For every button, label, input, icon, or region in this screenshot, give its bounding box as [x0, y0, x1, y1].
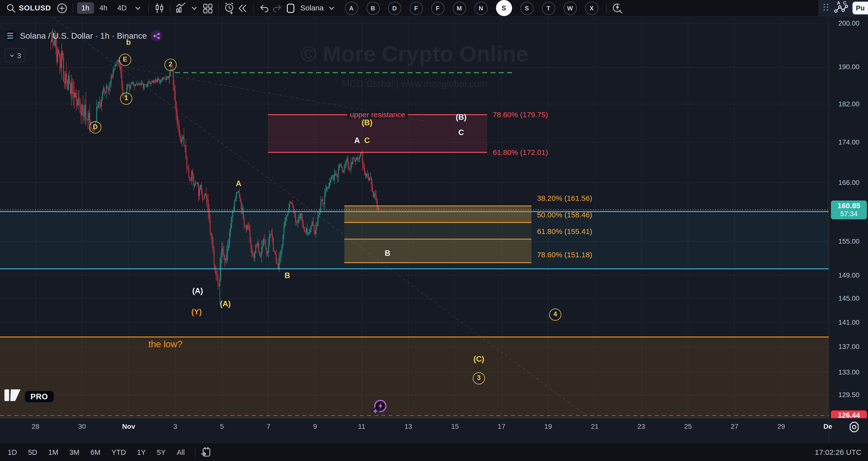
range-button-1Y[interactable]: 1Y [131, 446, 151, 459]
go-to-date-icon[interactable] [200, 445, 213, 459]
chart-pane[interactable]: © More Crypto Online MCO Global | www.mc… [0, 16, 829, 418]
bar-countdown: 57:34 [831, 210, 867, 218]
clock-utc[interactable]: 17:02:26 UTC [815, 448, 868, 457]
range-button-All[interactable]: All [171, 446, 190, 459]
interval-button-4h[interactable]: 4h [95, 2, 112, 14]
compare-add-icon[interactable] [56, 1, 69, 15]
layout-letter-W-10[interactable]: W [563, 1, 577, 15]
publish-button[interactable]: Pu [852, 2, 868, 15]
chart-settings-gear-icon[interactable] [847, 420, 861, 434]
layout-letter-F-3[interactable]: F [409, 1, 423, 15]
candlestick-plot[interactable] [0, 16, 829, 418]
object-tree-collapse-button[interactable]: 3 [4, 48, 26, 62]
time-tick-9: 9 [313, 423, 317, 430]
symbol-legend: Solana / U.S. Dollar · 1h · Binance [4, 30, 162, 41]
the-low-label[interactable]: the low? [148, 339, 182, 350]
layout-chevron-down-icon[interactable] [325, 1, 338, 15]
time-tick-23: 23 [638, 423, 645, 430]
svg-text:C: C [843, 0, 846, 5]
toolbar-divider [170, 3, 170, 13]
range-button-5D[interactable]: 5D [23, 446, 43, 459]
layout-grid-icon[interactable] [200, 1, 214, 15]
range-button-3M[interactable]: 3M [64, 446, 85, 459]
indicators-icon[interactable] [174, 1, 188, 15]
last-price: 160.85 [831, 201, 867, 210]
solana-logo-icon [4, 30, 16, 41]
last-price-tag: 160.8557:34 [831, 200, 867, 219]
interval-chevron-down-icon[interactable] [131, 1, 145, 15]
time-tick-27: 27 [731, 423, 739, 430]
layout-letter-B-1[interactable]: B [366, 1, 380, 15]
time-tick-29: 29 [777, 423, 785, 430]
interval-switcher: 1h4h4D [77, 2, 131, 14]
price-tick-149.00: 149.00 [829, 271, 868, 279]
price-tick-141.00: 141.00 [829, 318, 868, 326]
time-tick-15: 15 [451, 423, 459, 430]
price-tick-200.00: 200.00 [829, 20, 868, 27]
toolbar-divider [253, 3, 253, 13]
bottom-toolbar: 1D5D1M3M6MYTD1Y5YAll 17:02:26 UTC [0, 443, 868, 461]
interval-button-4D[interactable]: 4D [113, 2, 131, 14]
time-tick-19: 19 [544, 423, 552, 430]
range-button-1D[interactable]: 1D [2, 446, 23, 459]
range-button-5Y[interactable]: 5Y [151, 446, 171, 459]
pro-badge: PRO [24, 390, 54, 402]
symbol-search-button[interactable]: SOLUSD [19, 4, 51, 12]
single-layout-icon[interactable] [284, 1, 297, 15]
toolbar-divider [606, 3, 607, 13]
price-tick-129.50: 129.50 [829, 391, 868, 399]
time-tick-28: 28 [31, 423, 39, 430]
chart-style-candles-icon[interactable] [153, 1, 166, 15]
share-icon[interactable] [151, 30, 162, 41]
layout-letter-buttons: ABDFFMNSSTWX [345, 0, 598, 16]
layout-name-button[interactable]: Solana [301, 4, 324, 12]
upper-resistance-label[interactable]: upper resistance [347, 111, 408, 119]
top-toolbar: SOLUSD 1h4h4D [0, 0, 868, 17]
toolbar-right-panel: AC Pu [818, 0, 868, 16]
time-axis[interactable]: 2830Nov357911131517192123252729De [0, 418, 868, 443]
object-count: 3 [17, 51, 21, 60]
undo-icon[interactable] [257, 1, 271, 15]
layout-letter-X-11[interactable]: X [585, 1, 598, 15]
auto-pattern-icon[interactable]: AC [834, 0, 848, 16]
bar-replay-icon[interactable] [236, 1, 249, 15]
drag-handle-icon[interactable] [823, 2, 829, 14]
svg-text:A: A [837, 0, 840, 5]
price-axis[interactable]: 200.00190.00182.00174.00166.00155.00149.… [829, 16, 868, 418]
indicators-chevron-down-icon[interactable] [188, 1, 201, 15]
legend-title[interactable]: Solana / U.S. Dollar · 1h · Binance [20, 31, 147, 40]
tradingview-branding[interactable]: PRO [4, 388, 54, 404]
time-tick-25: 25 [684, 423, 692, 430]
layout-letter-S-8[interactable]: S [520, 1, 534, 15]
time-tick-5: 5 [220, 423, 224, 430]
toolbar-divider [148, 3, 149, 13]
flash-screener-icon[interactable] [610, 1, 624, 15]
time-tick-13: 13 [405, 423, 412, 430]
price-tick-155.00: 155.00 [829, 237, 868, 245]
time-tick-3: 3 [174, 423, 177, 430]
search-icon[interactable] [4, 1, 18, 15]
layout-letter-F-4[interactable]: F [431, 1, 444, 15]
layout-letter-M-5[interactable]: M [453, 1, 466, 15]
layout-letter-D-2[interactable]: D [388, 1, 401, 15]
layout-letter-A-0[interactable]: A [345, 1, 358, 15]
time-tick-17: 17 [498, 423, 505, 430]
layout-letter-S-7[interactable]: S [496, 0, 512, 16]
tradingview-app: SOLUSD 1h4h4D [0, 0, 868, 461]
price-tick-182.00: 182.00 [829, 100, 868, 108]
time-tick-30: 30 [78, 423, 86, 430]
interval-button-1h[interactable]: 1h [77, 2, 94, 14]
range-button-YTD[interactable]: YTD [106, 446, 131, 459]
layout-letter-N-6[interactable]: N [474, 1, 488, 15]
range-button-6M[interactable]: 6M [85, 446, 106, 459]
redo-icon[interactable] [271, 1, 284, 15]
alert-icon[interactable] [222, 1, 236, 15]
layout-letter-T-9[interactable]: T [542, 1, 555, 15]
price-tick-190.00: 190.00 [829, 63, 868, 71]
time-tick-21: 21 [591, 423, 598, 430]
price-tick-145.00: 145.00 [829, 294, 868, 302]
time-tick-Nov: Nov [122, 423, 135, 430]
price-tick-133.00: 133.00 [829, 368, 868, 376]
price-tick-137.00: 137.00 [829, 343, 868, 351]
range-button-1M[interactable]: 1M [43, 446, 64, 459]
